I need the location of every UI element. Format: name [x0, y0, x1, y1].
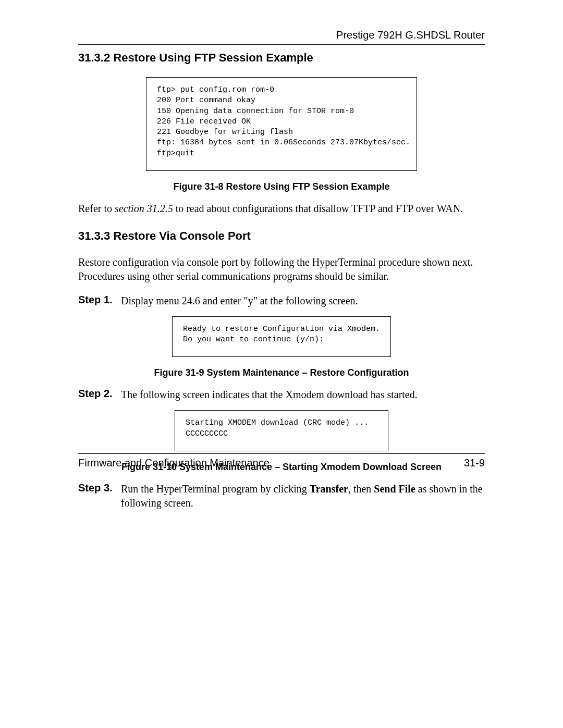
xmodem-codebox: Starting XMODEM download (CRC mode) ... … [175, 410, 388, 451]
step-1-text: Display menu 24.6 and enter "y" at the f… [121, 294, 485, 308]
figure-caption-31-8: Figure 31-8 Restore Using FTP Session Ex… [78, 181, 485, 192]
step-2-label: Step 2. [78, 388, 121, 402]
step3-part-c: , then [348, 483, 374, 495]
section-heading-31-3-3: 31.3.3 Restore Via Console Port [78, 229, 485, 243]
section2-intro: Restore configuration via console port b… [78, 255, 485, 283]
step-3-label: Step 3. [78, 482, 121, 510]
footer-left: Firmware and Configuration Maintenance [78, 457, 270, 469]
section-heading-31-3-2: 31.3.2 Restore Using FTP Session Example [78, 51, 485, 65]
footer-right: 31-9 [464, 457, 485, 469]
refer-paragraph: Refer to section 31.2.5 to read about co… [78, 202, 485, 216]
step-1-row: Step 1. Display menu 24.6 and enter "y" … [78, 294, 485, 308]
header-title: Prestige 792H G.SHDSL Router [78, 29, 485, 41]
step-3-row: Step 3. Run the HyperTerminal program by… [78, 482, 485, 510]
step-3-text: Run the HyperTerminal program by clickin… [121, 482, 485, 510]
refer-before: Refer to [78, 203, 115, 214]
page-footer: Firmware and Configuration Maintenance 3… [78, 453, 485, 469]
step3-bold-sendfile: Send File [374, 483, 415, 495]
refer-section-ref: section 31.2.5 [115, 203, 173, 214]
step-1-label: Step 1. [78, 294, 121, 308]
figure-caption-31-9: Figure 31-9 System Maintenance – Restore… [78, 367, 485, 378]
restore-config-codebox: Ready to restore Configuration via Xmode… [172, 316, 391, 357]
step3-bold-transfer: Transfer [310, 483, 348, 495]
footer-line: Firmware and Configuration Maintenance 3… [78, 457, 485, 469]
footer-rule [78, 453, 485, 454]
ftp-session-codebox: ftp> put config.rom rom-0 200 Port comma… [146, 77, 417, 171]
content: 31.3.2 Restore Using FTP Session Example… [78, 47, 485, 519]
page: Prestige 792H G.SHDSL Router 31.3.2 Rest… [0, 0, 563, 728]
step-2-row: Step 2. The following screen indicates t… [78, 388, 485, 402]
header-rule [78, 44, 485, 45]
step-2-text: The following screen indicates that the … [121, 388, 485, 402]
page-header: Prestige 792H G.SHDSL Router [78, 29, 485, 45]
refer-after: to read about configurations that disall… [173, 203, 463, 214]
step3-part-a: Run the HyperTerminal program by clickin… [121, 483, 310, 495]
